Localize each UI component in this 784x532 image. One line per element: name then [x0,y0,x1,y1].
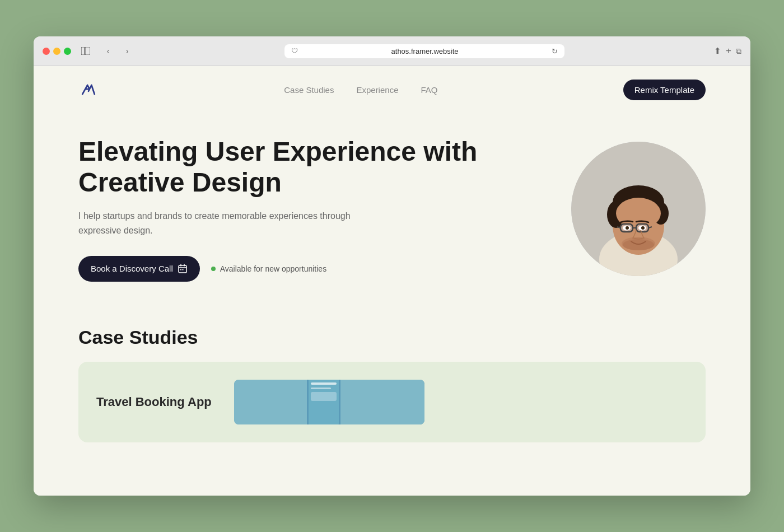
svg-rect-0 [81,47,85,55]
new-tab-icon[interactable]: + [726,45,731,57]
tabs-icon[interactable]: ⧉ [736,46,741,56]
forward-button[interactable]: › [119,43,135,59]
discovery-btn-label: Book a Discovery Call [91,264,173,273]
browser-chrome: ‹ › 🛡 athos.framer.website ↻ ⬆ + ⧉ [34,36,750,66]
hero-avatar [571,142,706,276]
svg-rect-27 [311,382,337,385]
availability-badge: Available for new opportunities [211,264,326,273]
reload-button[interactable]: ↻ [552,47,558,55]
website-content: Case Studies Experience FAQ Remix Templa… [34,66,750,496]
svg-point-21 [641,226,645,230]
hero-content: Elevating User Experience with Creative … [78,136,538,282]
availability-text: Available for new opportunities [220,264,326,273]
book-discovery-call-button[interactable]: Book a Discovery Call [78,256,200,282]
back-button[interactable]: ‹ [100,43,116,59]
back-arrow-icon: ‹ [107,46,110,55]
app-preview-illustration [234,380,424,424]
svg-rect-26 [309,380,339,424]
hero-subtitle: I help startups and brands to create mem… [78,209,358,237]
avatar-illustration [571,142,706,276]
maximize-button[interactable] [64,48,71,55]
calendar-icon [178,264,188,274]
share-icon[interactable]: ⬆ [714,46,721,56]
case-study-image [234,380,424,424]
nav-item-faq[interactable]: FAQ [421,85,437,95]
nav-item-case-studies[interactable]: Case Studies [284,85,334,95]
svg-point-23 [623,239,654,250]
svg-rect-3 [180,269,181,270]
address-bar[interactable]: 🛡 athos.framer.website ↻ [284,44,564,58]
site-nav: Case Studies Experience FAQ Remix Templa… [34,66,750,114]
svg-rect-1 [85,47,90,55]
case-study-card-title: Travel Booking App [96,395,212,409]
hero-title: Elevating User Experience with Creative … [78,136,538,198]
site-logo[interactable] [78,80,99,100]
traffic-lights [43,48,71,55]
svg-rect-28 [311,388,331,389]
availability-dot [211,267,216,271]
hero-actions: Book a Discovery Call Available for new … [78,256,538,282]
hero-section: Elevating User Experience with Creative … [34,114,750,315]
case-study-content: Travel Booking App [96,395,212,409]
case-studies-title: Case Studies [78,326,706,348]
security-icon: 🛡 [291,47,298,55]
case-study-card[interactable]: Travel Booking App [78,362,706,442]
nav-item-experience[interactable]: Experience [356,85,398,95]
browser-actions: ⬆ + ⧉ [714,45,741,57]
svg-rect-4 [182,269,183,270]
browser-nav-controls: ‹ › [100,43,135,59]
svg-point-19 [626,226,629,230]
browser-window: ‹ › 🛡 athos.framer.website ↻ ⬆ + ⧉ [34,36,750,496]
avatar-circle [571,142,706,276]
close-button[interactable] [43,48,50,55]
nav-links: Case Studies Experience FAQ [284,85,437,95]
svg-rect-29 [311,392,337,401]
minimize-button[interactable] [53,48,60,55]
forward-arrow-icon: › [126,46,129,55]
case-studies-section: Case Studies Travel Booking App [34,315,750,442]
sidebar-toggle-icon[interactable] [78,43,94,59]
url-display: athos.framer.website [302,47,547,55]
remix-template-button[interactable]: Remix Template [623,80,706,100]
